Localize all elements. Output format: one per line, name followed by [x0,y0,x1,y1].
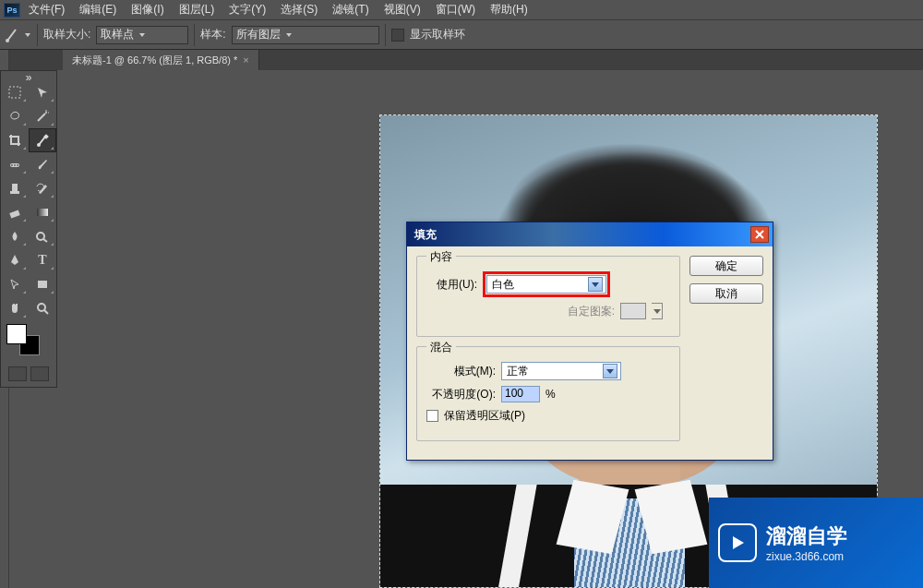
document-tab-bar: 未标题-1 @ 66.7% (图层 1, RGB/8) * × [0,50,923,70]
preserve-transparency-checkbox[interactable] [426,410,438,422]
gradient-tool[interactable] [29,200,56,224]
document-tab[interactable]: 未标题-1 @ 66.7% (图层 1, RGB/8) * × [63,50,259,70]
active-tool-icon[interactable] [4,25,31,45]
preserve-transparency-label: 保留透明区域(P) [444,408,525,424]
screen-mode-toggle[interactable] [30,366,49,381]
history-brush-tool[interactable] [29,176,56,200]
blend-group: 混合 模式(M): 正常 不透明度(O): 100 % 保留透明区域(P) [416,346,680,441]
watermark-url: zixue.3d66.com [766,550,847,563]
lasso-tool[interactable] [1,104,29,128]
dialog-title: 填充 [414,227,437,243]
show-ring-checkbox[interactable] [391,29,404,42]
menu-window[interactable]: 窗口(W) [429,0,482,19]
opacity-input[interactable]: 100 [501,386,540,402]
app-logo: Ps [4,3,20,18]
content-group-legend: 内容 [426,249,456,265]
mode-label: 模式(M): [426,364,496,379]
opacity-label: 不透明度(O): [426,387,496,402]
path-selection-tool[interactable] [1,272,29,296]
chevron-down-icon [139,33,145,37]
play-icon [718,523,757,562]
close-icon[interactable]: × [243,54,248,66]
opacity-unit: % [545,388,556,401]
options-bar: 取样大小: 取样点 样本: 所有图层 显示取样环 [0,20,923,50]
pen-tool[interactable] [1,248,29,272]
eraser-tool[interactable] [1,200,29,224]
menu-edit[interactable]: 编辑(E) [73,0,123,19]
ok-button[interactable]: 确定 [689,256,763,276]
sample-select[interactable]: 所有图层 [232,26,379,44]
toolbox: » T [0,70,57,388]
svg-marker-25 [733,536,744,549]
blur-tool[interactable] [1,224,29,248]
svg-point-21 [38,304,45,311]
svg-point-1 [6,39,9,42]
menu-bar: Ps 文件(F) 编辑(E) 图像(I) 图层(L) 文字(Y) 选择(S) 滤… [0,0,923,20]
menu-file[interactable]: 文件(F) [22,0,71,19]
svg-rect-15 [10,191,19,194]
menu-filter[interactable]: 滤镜(T) [326,0,375,19]
fill-dialog: 填充 内容 使用(U): 白色 自定图案: [406,222,773,461]
magic-wand-tool[interactable] [29,104,56,128]
pattern-dropdown[interactable] [652,303,663,319]
eyedropper-tool[interactable] [29,128,56,152]
divider [194,24,195,46]
menu-select[interactable]: 选择(S) [274,0,324,19]
show-ring-label: 显示取样环 [410,27,465,42]
sample-label: 样本: [200,27,225,42]
svg-line-3 [38,114,45,121]
custom-pattern-label: 自定图案: [568,304,615,319]
sample-size-label: 取样大小: [43,27,90,42]
menu-help[interactable]: 帮助(H) [484,0,534,19]
marquee-tool[interactable] [1,80,29,104]
sample-value: 所有图层 [236,27,281,42]
crop-tool[interactable] [1,128,29,152]
svg-point-8 [37,143,41,147]
chevron-down-icon [25,33,30,37]
menu-layer[interactable]: 图层(L) [173,0,222,19]
svg-line-22 [44,310,48,314]
svg-point-4 [45,112,47,114]
sample-size-value: 取样点 [101,27,134,42]
move-tool[interactable] [29,80,56,104]
spot-healing-tool[interactable] [1,152,29,176]
content-group: 内容 使用(U): 白色 自定图案: [416,256,680,337]
use-select[interactable]: 白色 [486,275,606,294]
quick-mask-toggle[interactable] [8,366,27,381]
mode-value: 正常 [507,364,529,379]
mode-select[interactable]: 正常 [501,362,621,380]
use-label: 使用(U): [426,277,477,293]
dodge-tool[interactable] [29,224,56,248]
svg-rect-20 [38,281,47,288]
brush-tool[interactable] [29,152,56,176]
svg-rect-16 [9,210,19,218]
close-icon [755,230,764,239]
pattern-swatch[interactable] [620,303,646,319]
svg-point-13 [17,164,18,166]
svg-rect-14 [12,184,18,191]
rectangle-tool[interactable] [29,272,56,296]
sample-size-select[interactable]: 取样点 [96,26,188,44]
clone-stamp-tool[interactable] [1,176,29,200]
menu-image[interactable]: 图像(I) [125,0,170,19]
blend-group-legend: 混合 [426,340,456,355]
svg-point-18 [37,233,44,240]
dialog-titlebar[interactable]: 填充 [407,222,773,246]
zoom-tool[interactable] [29,296,56,320]
menu-view[interactable]: 视图(V) [378,0,427,19]
svg-line-0 [7,30,16,41]
type-tool[interactable]: T [29,248,56,272]
svg-point-12 [14,164,16,166]
menu-type[interactable]: 文字(Y) [222,0,272,19]
chevron-down-icon [603,364,617,378]
color-swatches [1,320,56,359]
watermark: 溜溜自学 zixue.3d66.com [709,498,923,588]
panel-grip-icon[interactable]: » [1,71,56,80]
close-button[interactable] [750,226,769,243]
highlight-box: 白色 [483,271,610,297]
cancel-button[interactable]: 取消 [689,283,763,304]
document-tab-title: 未标题-1 @ 66.7% (图层 1, RGB/8) * [72,54,237,67]
divider [385,24,386,46]
hand-tool[interactable] [1,296,29,320]
foreground-color-swatch[interactable] [6,324,27,344]
